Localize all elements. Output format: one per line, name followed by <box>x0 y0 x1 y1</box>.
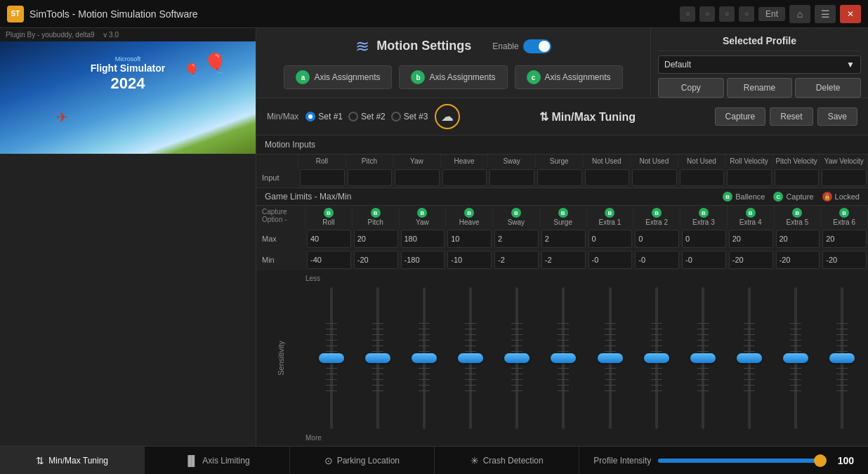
nav-parking-location[interactable]: ⊙ Parking Location <box>290 447 435 474</box>
set3-radio[interactable]: Set #3 <box>391 112 428 121</box>
input-pitchvel[interactable] <box>775 169 820 186</box>
slider-handle-9[interactable] <box>737 353 762 363</box>
min-extra2[interactable]: -0 <box>635 251 679 269</box>
slider-handle-5[interactable] <box>551 353 576 363</box>
max-extra1[interactable]: 0 <box>588 230 633 248</box>
max-surge[interactable]: 2 <box>541 230 586 248</box>
video-thumbnail[interactable]: 🎈 🎈 ✈ Microsoft Flight Simulator 2024 ▶ <box>0 41 256 154</box>
motion-header-row: ≋ Motion Settings Enable <box>355 37 551 56</box>
menu-button[interactable]: ☰ <box>815 5 836 23</box>
slider-track-10[interactable] <box>794 287 797 429</box>
slider-handle-6[interactable] <box>598 353 623 363</box>
home-button[interactable]: ⌂ <box>789 5 810 23</box>
input-notused1[interactable] <box>585 169 630 186</box>
axis-tab-c[interactable]: c Axis Assignments <box>515 65 623 89</box>
nav-crash-detection[interactable]: ✳ Crash Detection <box>435 447 579 474</box>
win-ctrl-2[interactable]: ○ <box>699 6 715 22</box>
input-surge[interactable] <box>537 169 582 186</box>
win-ctrl-1[interactable]: ○ <box>680 6 695 22</box>
win-ctrl-4[interactable]: ○ <box>739 6 754 22</box>
yaw-b-icon: B <box>417 208 427 218</box>
slider-track-9[interactable] <box>748 287 751 429</box>
max-sway[interactable]: 2 <box>494 230 539 248</box>
slider-handle-11[interactable] <box>829 353 855 363</box>
min-extra6[interactable]: -20 <box>822 251 867 269</box>
profile-panel: Selected Profile Default ▼ Copy Rename D… <box>650 28 868 98</box>
input-notused3[interactable] <box>680 169 725 186</box>
min-sway[interactable]: -2 <box>494 251 539 269</box>
slider-handle-10[interactable] <box>783 353 808 363</box>
min-roll[interactable]: -40 <box>307 251 351 269</box>
min-extra4[interactable]: -20 <box>729 251 773 269</box>
max-heave[interactable]: 10 <box>447 230 492 248</box>
slider-handle-4[interactable] <box>504 353 530 363</box>
pitch-b-icon: B <box>371 208 381 218</box>
input-yawvel[interactable] <box>822 169 867 186</box>
slider-track-11[interactable] <box>841 287 843 429</box>
min-yaw[interactable]: -180 <box>401 251 445 269</box>
input-heave[interactable] <box>442 169 487 186</box>
slider-col-7 <box>634 287 679 429</box>
slider-handle-7[interactable] <box>644 353 669 363</box>
slider-handle-3[interactable] <box>458 353 483 363</box>
save-button[interactable]: Save <box>817 107 857 126</box>
input-notused2[interactable] <box>632 169 677 186</box>
max-pitch[interactable]: 20 <box>354 230 398 248</box>
max-extra2[interactable]: 0 <box>635 230 679 248</box>
max-yaw[interactable]: 180 <box>401 230 445 248</box>
intensity-knob[interactable] <box>814 454 827 467</box>
slider-track-4[interactable] <box>515 287 518 429</box>
slider-col-10 <box>773 287 818 429</box>
slider-track-6[interactable] <box>609 287 612 429</box>
max-roll[interactable]: 40 <box>307 230 351 248</box>
rename-button[interactable]: Rename <box>727 78 793 98</box>
min-extra3[interactable]: -0 <box>682 251 726 269</box>
min-extra1[interactable]: -0 <box>588 251 633 269</box>
min-extra5[interactable]: -20 <box>776 251 820 269</box>
slider-track-5[interactable] <box>562 287 565 429</box>
glcol-extra5: B Extra 5 <box>775 206 822 228</box>
slider-track-8[interactable] <box>702 287 704 429</box>
set2-radio[interactable]: Set #2 <box>348 112 386 121</box>
win-ctrl-3[interactable]: ○ <box>719 6 735 22</box>
slider-track-7[interactable] <box>655 287 658 429</box>
max-extra4[interactable]: 20 <box>729 230 773 248</box>
axis-tab-b[interactable]: b Axis Assignments <box>399 65 507 89</box>
enable-switch[interactable] <box>523 39 551 53</box>
motion-settings-center: ≋ Motion Settings Enable a Axis Assign <box>256 28 650 98</box>
slider-handle-1[interactable] <box>365 353 390 363</box>
input-roll[interactable] <box>300 169 345 186</box>
nav-minmax-tuning[interactable]: ⇅ Min/Max Tuning <box>0 447 145 474</box>
max-extra6[interactable]: 20 <box>822 230 867 248</box>
slider-track-3[interactable] <box>469 287 472 429</box>
max-extra3[interactable]: 0 <box>682 230 726 248</box>
glcol-yaw: B Yaw <box>400 206 447 228</box>
glcol-extra1: B Extra 1 <box>587 206 634 228</box>
less-label: Less <box>305 275 320 282</box>
close-button[interactable]: ✕ <box>840 5 861 23</box>
max-extra5[interactable]: 20 <box>776 230 820 248</box>
input-yaw[interactable] <box>395 169 440 186</box>
input-pitch[interactable] <box>348 169 393 186</box>
input-rollvel[interactable] <box>727 169 772 186</box>
slider-handle-2[interactable] <box>412 353 437 363</box>
slider-handle-8[interactable] <box>690 353 716 363</box>
delete-button[interactable]: Delete <box>795 78 861 98</box>
input-sway[interactable] <box>489 169 534 186</box>
set1-radio[interactable]: Set #1 <box>305 112 343 121</box>
capture-button[interactable]: Capture <box>715 107 766 126</box>
reset-button[interactable]: Reset <box>770 107 813 126</box>
slider-handle-0[interactable] <box>319 353 344 363</box>
min-pitch[interactable]: -20 <box>354 251 398 269</box>
min-surge[interactable]: -2 <box>541 251 586 269</box>
slider-track-0[interactable] <box>330 287 333 429</box>
slider-track-2[interactable] <box>423 287 426 429</box>
copy-button[interactable]: Copy <box>658 78 724 98</box>
ent-button[interactable]: Ent <box>758 7 785 21</box>
min-heave[interactable]: -10 <box>447 251 492 269</box>
slider-track-1[interactable] <box>376 287 379 429</box>
intensity-track[interactable] <box>658 459 826 463</box>
nav-axis-limiting[interactable]: ▐▌ Axis Limiting <box>145 447 289 474</box>
axis-tab-a[interactable]: a Axis Assignments <box>284 65 392 89</box>
profile-dropdown[interactable]: Default ▼ <box>658 55 861 74</box>
